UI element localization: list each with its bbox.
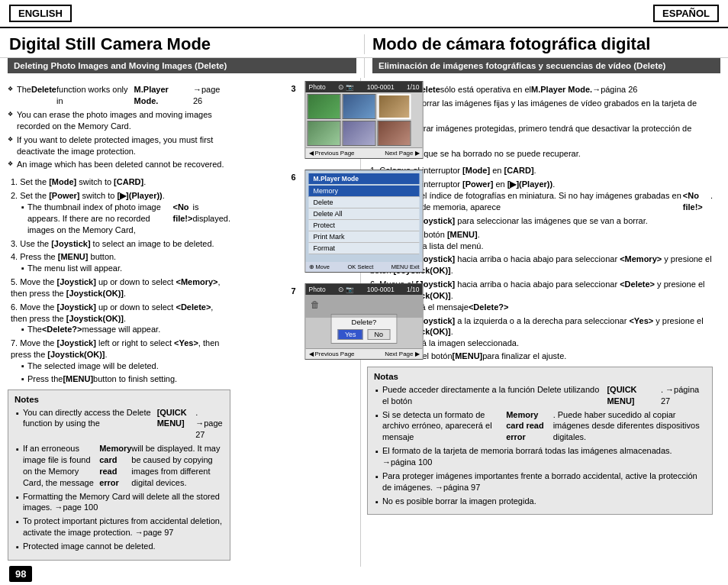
list-item: You can erase the photo images and movin… bbox=[8, 109, 230, 132]
screen7-page: 1/10 bbox=[407, 286, 420, 293]
screen3-number: 3 bbox=[292, 84, 296, 93]
section-header-left-wrap: Deleting Photo Images and Moving Images … bbox=[0, 58, 364, 78]
list-item: 6. Move the [Joystick] up or down to sel… bbox=[11, 302, 230, 336]
section-headers: Deleting Photo Images and Moving Images … bbox=[0, 58, 728, 78]
thumbnail bbox=[378, 121, 411, 146]
menu-item-protect: Protect bbox=[309, 220, 420, 231]
list-item: An image which has been deleted cannot b… bbox=[8, 159, 230, 170]
next-page-btn: Next Page bbox=[385, 150, 419, 157]
list-item: Aparecerá el mensaje <Delete?> bbox=[381, 302, 713, 313]
screen7: Photo ⊙ 📷 100-0001 1/10 🗑 Delete? Yes No bbox=[305, 283, 424, 360]
list-item: Se borrará la imagen seleccionada. bbox=[381, 338, 713, 349]
header-left: ENGLISH bbox=[9, 5, 364, 22]
notes-title-left: Notes bbox=[14, 395, 224, 404]
footer-bar: 98 bbox=[0, 567, 728, 585]
menu-item-delete: Delete bbox=[309, 197, 420, 208]
thumbnail bbox=[378, 94, 411, 119]
ctrl-move: ⊕ Move bbox=[309, 263, 330, 270]
list-item: The selected image will be deleted. bbox=[21, 360, 230, 372]
screen3-body bbox=[306, 92, 423, 147]
screen6-mode-header: M.Player Mode bbox=[309, 173, 420, 184]
screen6-controls: ⊕ Move OK Select MENU Exit bbox=[306, 262, 423, 272]
title-row: Digital Still Camera Mode Modo de cámara… bbox=[0, 28, 728, 58]
list-item: The Delete function works only in M.Play… bbox=[8, 84, 230, 107]
thumbnail bbox=[308, 121, 341, 146]
notes-title-right: Notas bbox=[374, 372, 706, 381]
center-panel: 3 Photo ⊙ 📷 100-0001 1/10 bbox=[305, 78, 424, 366]
title-left: Digital Still Camera Mode bbox=[9, 34, 364, 54]
arrow-right-icon bbox=[415, 150, 420, 157]
next-label2: Next Page bbox=[385, 351, 413, 357]
prev-label2: Previous Page bbox=[315, 351, 355, 357]
list-item: You can directly access the Delete funct… bbox=[16, 407, 224, 441]
notes-section-left: Notes You can directly access the Delete… bbox=[8, 389, 230, 561]
list-item: Presione el botón [MENU] para finalizar … bbox=[381, 351, 713, 362]
header-right: ESPAÑOL bbox=[364, 5, 719, 22]
screen3-wrapper: 3 Photo ⊙ 📷 100-0001 1/10 bbox=[305, 81, 424, 165]
screen6: M.Player Mode Memory Delete Delete All P… bbox=[305, 170, 424, 273]
yes-button[interactable]: Yes bbox=[338, 329, 363, 340]
page-container: ENGLISH ESPAÑOL Digital Still Camera Mod… bbox=[0, 0, 728, 585]
list-item: Aparece el índice de fotografías en mini… bbox=[381, 190, 713, 213]
title-right: Modo de cámara fotográfica digital bbox=[364, 34, 719, 54]
list-item: Si se detecta un formato de archivo erró… bbox=[375, 409, 706, 444]
left-steps: 1. Set the [Mode] switch to [CARD]. 2. S… bbox=[8, 176, 230, 384]
ctrl-exit: MENU Exit bbox=[391, 263, 420, 270]
section-header-left: Deleting Photo Images and Moving Images … bbox=[8, 58, 356, 73]
list-item: Press the [MENU] button to finish settin… bbox=[21, 373, 230, 385]
menu-item-delete-all: Delete All bbox=[309, 208, 420, 220]
list-item: 3. Use the [Joystick] to select an image… bbox=[11, 238, 230, 250]
menu-item-memory: Memory bbox=[309, 186, 420, 197]
thumbnail bbox=[343, 121, 376, 146]
ctrl-select: OK Select bbox=[348, 263, 374, 270]
screen7-body: 🗑 Delete? Yes No bbox=[306, 295, 423, 348]
list-item: No es posible borrar la imagen protegida… bbox=[375, 496, 706, 508]
arrow-left-icon bbox=[309, 150, 314, 157]
thumbnail bbox=[343, 94, 376, 119]
page-number: 98 bbox=[9, 566, 32, 582]
prev-page-btn: Previous Page bbox=[309, 150, 355, 157]
prev-page-btn2: Previous Page bbox=[309, 351, 355, 357]
screen7-mode: Photo bbox=[309, 286, 326, 293]
list-item: Puede acceder directamente a la función … bbox=[375, 384, 706, 407]
screen7-icons: ⊙ 📷 bbox=[338, 286, 354, 293]
list-item: Formatting the Memory Card will delete a… bbox=[16, 491, 224, 514]
section-header-right: Eliminación de imágenes fotográficas y s… bbox=[372, 58, 720, 73]
list-item: The <Delete?> message will appear. bbox=[21, 324, 230, 335]
menu-item-print-mark: Print Mark bbox=[309, 231, 420, 243]
screen6-body: M.Player Mode Memory Delete Delete All P… bbox=[306, 170, 423, 262]
list-item: To protect important pictures from accid… bbox=[16, 516, 224, 538]
screen7-header: Photo ⊙ 📷 100-0001 1/10 bbox=[306, 284, 423, 295]
list-item: 7. Move the [Joystick] left or right to … bbox=[11, 338, 230, 384]
page-title-left: Digital Still Camera Mode bbox=[9, 34, 356, 54]
lang-label-english: ENGLISH bbox=[9, 5, 72, 22]
list-item: 4. Press the [MENU] button. The menu lis… bbox=[11, 251, 230, 274]
list-item: 2. Set the [Power] switch to [▶](Player)… bbox=[11, 190, 230, 235]
no-button[interactable]: No bbox=[368, 329, 391, 340]
left-intro-bullets: The Delete function works only in M.Play… bbox=[8, 84, 230, 170]
screen3-page: 1/10 bbox=[407, 83, 420, 91]
arrow-left-icon2 bbox=[309, 351, 314, 357]
list-item: The thumbnail index of photo image appea… bbox=[21, 202, 230, 236]
delete-dialog-title: Delete? bbox=[338, 318, 390, 326]
screen3: Photo ⊙ 📷 100-0001 1/10 bbox=[305, 81, 424, 159]
list-item: Aparece la lista del menú. bbox=[381, 241, 713, 252]
list-item: El formato de la tarjeta de memoria borr… bbox=[375, 445, 706, 468]
delete-dialog-buttons: Yes No bbox=[338, 329, 390, 340]
screen7-footer: Previous Page Next Page bbox=[306, 348, 423, 359]
screen3-mode: Photo bbox=[309, 83, 326, 91]
content-wrapper: The Delete function works only in M.Play… bbox=[0, 78, 728, 566]
list-item: 5. Move the [Joystick] up or down to sel… bbox=[11, 276, 230, 299]
section-header-right-wrap: Eliminación de imágenes fotográficas y s… bbox=[364, 58, 728, 78]
arrow-right-icon2 bbox=[415, 351, 420, 357]
screen6-number: 6 bbox=[292, 173, 296, 182]
menu-item-format: Format bbox=[309, 243, 420, 254]
delete-dialog: Delete? Yes No bbox=[331, 314, 397, 344]
list-item: Protected image cannot be deleted. bbox=[16, 541, 224, 553]
screen3-footer: Previous Page Next Page bbox=[306, 147, 423, 158]
list-item: 1. Set the [Mode] switch to [CARD]. bbox=[11, 176, 230, 188]
screen6-wrapper: 6 M.Player Mode Memory Delete Delete All… bbox=[305, 170, 424, 279]
notes-list-right: Puede acceder directamente a la función … bbox=[374, 384, 706, 507]
screen3-icons: ⊙ 📷 bbox=[338, 83, 354, 91]
list-item: Para proteger imágenes importantes frent… bbox=[375, 470, 706, 493]
